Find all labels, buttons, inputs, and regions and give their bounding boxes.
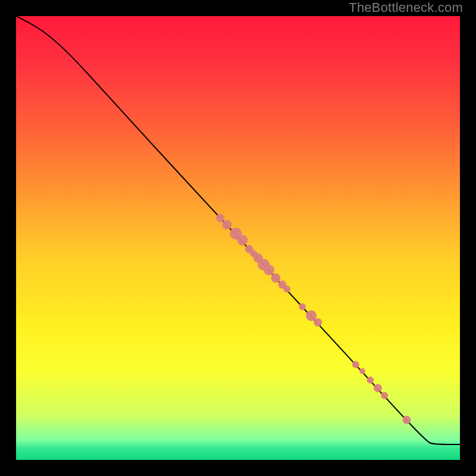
data-point bbox=[283, 286, 290, 293]
data-point bbox=[237, 235, 248, 246]
data-point bbox=[264, 265, 274, 275]
data-point bbox=[359, 368, 365, 374]
data-point bbox=[314, 318, 322, 327]
data-point bbox=[402, 416, 411, 424]
data-point bbox=[352, 361, 359, 368]
outer-frame: TheBottleneck.com bbox=[0, 0, 476, 476]
data-point bbox=[374, 384, 382, 392]
data-point bbox=[381, 392, 388, 399]
plot-area bbox=[16, 16, 460, 460]
data-point bbox=[367, 377, 374, 384]
data-point bbox=[222, 220, 231, 230]
data-point bbox=[271, 273, 280, 283]
watermark-text: TheBottleneck.com bbox=[349, 0, 463, 15]
data-point bbox=[216, 214, 224, 222]
chart-svg bbox=[16, 16, 460, 460]
data-point bbox=[299, 303, 306, 311]
